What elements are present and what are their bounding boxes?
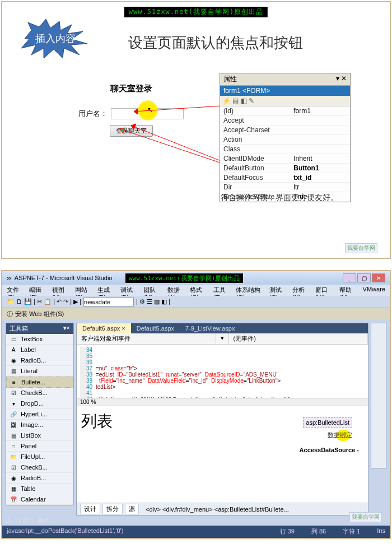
- properties-grid: (Id)form1AcceptAccept-CharsetActionClass…: [220, 106, 350, 202]
- info-icon: ⓘ: [7, 310, 13, 318]
- toolbox-item[interactable]: 🔗HyperLi...: [6, 409, 73, 420]
- toolbox-item[interactable]: ▤ListBox: [6, 430, 73, 441]
- toolbox-panel: 工具箱 ▾× ▭TextBoxALabel◉RadioB...▤Literal≡…: [6, 323, 74, 505]
- toolbox-item[interactable]: ☑CheckB...: [6, 388, 73, 398]
- document-tab[interactable]: Default6.aspx ×: [77, 323, 131, 333]
- property-row[interactable]: ClientIDModeInherit: [220, 154, 350, 164]
- slide-note: 符合操作习惯，界面更方便友好。: [221, 193, 338, 203]
- object-dropdown[interactable]: 客户端对象和事件: [77, 333, 216, 344]
- document-tab[interactable]: Default5.aspx: [131, 323, 180, 333]
- menu-item[interactable]: 格式(O): [190, 286, 208, 295]
- event-dropdown[interactable]: (无事件): [229, 333, 368, 344]
- document-tab[interactable]: 7-9_ListView.aspx: [180, 323, 240, 333]
- right-panel[interactable]: [371, 323, 386, 468]
- menu-item[interactable]: 窗口(W): [315, 286, 334, 295]
- config-dropdown[interactable]: [83, 298, 134, 306]
- pin-close-icons[interactable]: ▾ ✕: [336, 75, 347, 84]
- properties-object[interactable]: form1 <FORM>: [220, 86, 350, 96]
- toolbox-item-label: FileUpl...: [21, 453, 45, 460]
- toolbox-item[interactable]: ≡Bullete...: [6, 377, 73, 388]
- login-heading: 聊天室登录: [64, 83, 198, 94]
- secondary-toolbar: ⓘ 安装 Web 组件(S): [2, 308, 390, 319]
- source-tab[interactable]: 源: [125, 504, 139, 514]
- maximize-button[interactable]: ▢: [357, 273, 371, 282]
- code-dropdown-bar: 客户端对象和事件 ▾ (无事件): [77, 333, 368, 345]
- property-row[interactable]: (Id)form1: [220, 106, 350, 116]
- menu-item[interactable]: 团队(M): [143, 286, 161, 295]
- properties-panel: 属性 ▾ ✕ form1 <FORM> ⚡ ▤ ◧ ✎ (Id)form1Acc…: [220, 73, 351, 202]
- split-tab[interactable]: 拆分: [102, 504, 123, 514]
- design-tab[interactable]: 设计: [80, 504, 100, 514]
- menu-item[interactable]: 测试(S): [269, 286, 287, 295]
- property-row[interactable]: Dirltr: [220, 183, 350, 192]
- properties-toolbar[interactable]: ⚡ ▤ ◧ ✎: [220, 96, 350, 106]
- menu-item[interactable]: 生成(B): [97, 286, 115, 295]
- toolbox-item[interactable]: ▭TextBox: [6, 334, 73, 345]
- property-row[interactable]: Class: [220, 145, 350, 154]
- status-bar: javascript:__doPostBack('BulletedList1',…: [2, 526, 390, 538]
- toolbox-pin-icon[interactable]: ▾×: [63, 324, 70, 333]
- toolbox-item[interactable]: 🖼Image...: [6, 420, 73, 430]
- toolbox-item-label: Literal: [21, 368, 38, 374]
- window-buttons: _ ▢ ✕: [343, 273, 385, 282]
- toolbox-item[interactable]: ▦Table: [6, 484, 73, 494]
- toolbox-item-icon: ▦: [10, 485, 17, 493]
- menu-item[interactable]: VMware: [363, 286, 385, 295]
- site-logo: 我要自学网: [345, 243, 377, 253]
- watermark: www.51zxw.net(我要自学网)原创出品: [124, 7, 268, 17]
- property-row[interactable]: Accept-Charset: [220, 126, 350, 135]
- property-row[interactable]: DefaultFocustxt_id: [220, 173, 350, 183]
- editor-area: Default6.aspx ×Default5.aspx7-9_ListView…: [76, 323, 368, 516]
- dropdown-arrow-icon[interactable]: ▾: [216, 333, 229, 344]
- property-row[interactable]: DefaultButtonButton1: [220, 164, 350, 173]
- toolbox-item-icon: ▾: [10, 400, 17, 407]
- minimize-button[interactable]: _: [343, 273, 356, 282]
- toolbox-item[interactable]: ▤Literal: [6, 366, 73, 377]
- menu-item[interactable]: 编辑(E): [29, 286, 46, 295]
- menu-item[interactable]: 分析(N): [292, 286, 310, 295]
- toolbox-item[interactable]: ◉RadioB...: [6, 473, 73, 484]
- bottom-tabs[interactable]: 工... | 管... 输出: [6, 516, 50, 524]
- design-surface[interactable]: 列表 asp:BulletedList 数据绑定 AccessDataSourc…: [77, 406, 368, 468]
- toolbox-item-label: HyperLi...: [21, 411, 47, 417]
- toolbox-item[interactable]: ◉RadioB...: [6, 355, 73, 366]
- toolbox-item-icon: ◉: [10, 474, 17, 482]
- zoom-level[interactable]: 100 %: [77, 398, 368, 406]
- toolbox-item-icon: 📁: [10, 453, 17, 461]
- toolbox-item-label: Image...: [21, 421, 43, 428]
- code-editor[interactable]: 34 35 36 37=nu" class="fr"> 38=edList ID…: [77, 345, 368, 398]
- install-web-components[interactable]: 安装 Web 组件(S): [15, 310, 64, 318]
- toolbox-item[interactable]: □Panel: [6, 441, 73, 452]
- menu-item[interactable]: 调试(D): [120, 286, 138, 295]
- status-ins: Ins: [377, 527, 385, 536]
- burst-callout: 插入内容: [19, 19, 92, 58]
- menu-item[interactable]: 工具(T): [213, 286, 230, 295]
- toolbar-icons[interactable]: 📁 🗋 💾 | ✂ 📋 | ↶ ↷ | ▶ |: [7, 298, 81, 305]
- property-row[interactable]: Accept: [220, 116, 350, 126]
- menu-item[interactable]: 视图(V): [52, 286, 69, 295]
- toolbox-item-label: Bullete...: [21, 379, 45, 386]
- toolbox-header: 工具箱 ▾×: [6, 323, 73, 334]
- toolbox-item-label: CheckB...: [21, 464, 48, 471]
- menu-item[interactable]: 体系结构(C): [236, 286, 264, 295]
- tag-path[interactable]: <div> <div.fr#div_menu> <asp:BulletedLis…: [146, 506, 289, 513]
- toolbox-item-label: Table: [21, 485, 35, 492]
- status-js: javascript:__doPostBack('BulletedList1',…: [7, 527, 123, 536]
- close-button[interactable]: ✕: [372, 273, 385, 282]
- toolbox-item-icon: □: [10, 442, 17, 450]
- status-col: 列 86: [311, 527, 326, 536]
- databind-link[interactable]: 数据绑定: [328, 431, 352, 439]
- toolbar-icons-2[interactable]: | ⚙ ☰ ▤ ◧ |: [136, 298, 170, 305]
- menu-item[interactable]: 网站(S): [75, 286, 92, 295]
- toolbox-item[interactable]: 📁FileUpl...: [6, 452, 73, 462]
- menu-item[interactable]: 数据(A): [167, 286, 185, 295]
- toolbox-item[interactable]: 📅Calendar: [6, 494, 73, 505]
- toolbox-item[interactable]: ☑CheckB...: [6, 462, 73, 473]
- control-tag[interactable]: asp:BulletedList: [303, 417, 352, 428]
- toolbox-item[interactable]: ▾DropD...: [6, 398, 73, 409]
- toolbox-item-label: TextBox: [21, 336, 43, 342]
- menu-item[interactable]: 文件(F): [7, 286, 24, 295]
- menu-item[interactable]: 帮助(H): [339, 286, 357, 295]
- toolbox-item[interactable]: ALabel: [6, 345, 73, 355]
- property-row[interactable]: Action: [220, 135, 350, 145]
